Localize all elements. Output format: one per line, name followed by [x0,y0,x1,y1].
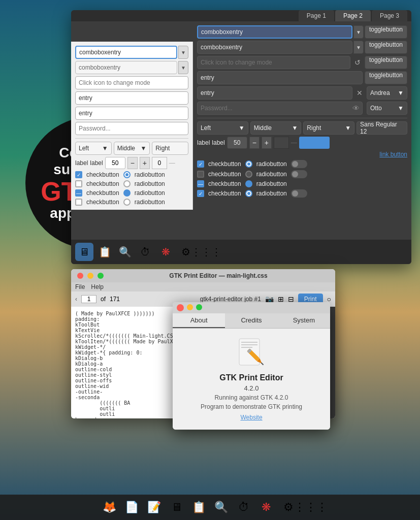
rp-checkbox-3[interactable]: — [197,180,204,187]
rp-combo-entry-2[interactable] [197,41,352,54]
tab-about[interactable]: About [173,313,225,328]
rp-switch-2[interactable] [291,170,307,178]
checkbox-2[interactable] [75,180,82,187]
rp-check-radio-row-4: ✓ checkbutton radiobutton [197,189,407,198]
rp-dd-right[interactable]: Right▼ [303,121,354,135]
taskbar-icon-star[interactable]: ❋ [156,243,175,261]
menu-file[interactable]: File [75,283,85,290]
entry-field-1[interactable] [75,91,188,105]
dropdown-left[interactable]: Left ▼ [75,142,112,155]
rp-switch-3[interactable] [291,189,307,198]
rp-checkbox-4[interactable]: ✓ [197,190,204,197]
rp-radio-4[interactable] [245,190,252,197]
rp-toggle-3[interactable]: togglebutton [365,56,407,69]
rp-spin-minus[interactable]: − [249,137,260,149]
about-app-icon [235,337,268,369]
checkbox-3[interactable]: — [75,189,82,197]
rp-dd-sans[interactable]: Sans Regular 12 [357,121,407,135]
rp-toggle-4[interactable]: togglebutton [365,71,407,84]
print-page-input[interactable] [81,295,96,303]
win-minimize-btn[interactable] [87,273,93,279]
sys-icon-firefox[interactable]: 🦊 [100,498,119,517]
rp-checkbox-1[interactable]: ✓ [197,160,204,168]
rp-spin-input[interactable] [227,137,247,149]
click-icon-field[interactable] [75,76,188,89]
taskbar-icon-timer[interactable]: ⏱ [136,243,154,261]
sys-icon-timer[interactable]: ⏱ [234,498,253,517]
combo-entry-2[interactable] [75,61,177,74]
rp-toggle-1[interactable]: togglebutton [365,25,407,39]
spin-minus[interactable]: − [127,157,138,169]
rp-combo-row-1: ▼ togglebutton [197,25,407,39]
menu-help[interactable]: Help [91,283,104,290]
tab-page2[interactable]: Page 2 [335,10,371,21]
spin-input[interactable] [105,157,125,169]
about-minimize-btn[interactable] [187,304,193,310]
combo-entry-1[interactable] [75,46,177,59]
tab-system[interactable]: System [278,313,330,328]
print-nav-back[interactable]: ‹ [75,296,77,303]
about-maximize-btn[interactable] [196,304,202,310]
combo-arrow-2[interactable]: ▼ [178,61,188,74]
rp-checkbox-2[interactable] [197,171,204,178]
sys-icon-editor[interactable]: 📝 [145,498,164,517]
about-close-btn[interactable] [177,304,184,311]
rp-radio-2[interactable] [245,171,252,178]
rp-combo-entry-1[interactable] [197,25,352,39]
sys-icon-files[interactable]: 📄 [122,498,142,517]
rp-spin-plus[interactable]: + [262,137,272,149]
about-website-link[interactable]: Website [240,414,262,421]
sys-icon-clipboard[interactable]: 📋 [189,498,209,517]
password-field[interactable] [75,122,188,135]
rp-dd-left-label: Left [201,124,211,132]
rp-clear-icon[interactable]: ✕ [357,89,363,97]
checkbox-label-4: checkbutton [86,199,119,206]
rp-eye-icon[interactable]: 👁 [352,104,360,112]
combo-arrow-1[interactable]: ▼ [178,46,188,59]
rp-switch-1[interactable] [291,160,307,168]
rp-entry-1[interactable] [197,71,363,84]
rp-reload-icon[interactable]: ↺ [354,58,361,67]
sys-icon-star[interactable]: ❋ [256,498,276,517]
tab-credits[interactable]: Credits [225,313,277,328]
checkbox-4[interactable] [75,199,82,206]
rp-radio-3[interactable] [245,180,252,187]
win-close-btn[interactable] [77,273,83,279]
taskbar-icon-display[interactable]: 🖥 [75,243,93,261]
sys-icon-grid[interactable]: ⋮⋮⋮ [301,498,320,517]
win-maximize-btn[interactable] [98,273,104,279]
rp-color-box[interactable] [299,137,330,149]
rp-otto-dropdown[interactable]: Otto ▼ [367,102,407,115]
radio-label-2: radiobutton [135,180,165,187]
rp-link-button[interactable]: link button [379,151,407,158]
entry-field-2[interactable] [75,107,188,120]
taskbar-icon-search[interactable]: 🔍 [116,243,134,261]
rp-radio-label-3: radiobutton [256,180,287,187]
dropdown-middle[interactable]: Middle ▼ [114,142,150,155]
tab-page1[interactable]: Page 1 [299,10,334,21]
sys-icon-search[interactable]: 🔍 [212,498,231,517]
rp-combo-arrow-1[interactable]: ▼ [353,25,364,39]
rp-combo-arrow-2[interactable]: ▼ [353,41,364,54]
svg-rect-3 [241,347,252,348]
rp-dd-middle[interactable]: Middle▼ [250,121,302,135]
rp-radio-1[interactable] [245,160,252,168]
rp-entry-2[interactable] [197,86,352,100]
rp-otto-label: Otto [370,105,382,112]
rp-andrea-dropdown[interactable]: Andrea ▼ [367,86,407,100]
radio-2[interactable] [123,180,131,187]
taskbar-icon-clipboard[interactable]: 📋 [95,243,114,261]
radio-4[interactable] [123,199,131,206]
radio-3[interactable] [123,189,131,197]
tab-page3[interactable]: Page 3 [372,10,407,21]
sys-icon-display[interactable]: 🖥 [167,498,186,517]
rp-password-field[interactable] [197,102,363,115]
rp-toggle-2[interactable]: togglebutton [365,41,407,54]
checkbox-1[interactable]: ✓ [75,171,82,178]
spin-plus[interactable]: + [140,157,150,169]
radio-1[interactable] [123,171,131,178]
taskbar-icon-grid[interactable]: ⋮⋮⋮ [197,243,215,261]
rp-dd-left[interactable]: Left▼ [197,121,248,135]
dropdown-right[interactable]: Right [152,142,188,155]
rp-click-icon-field[interactable] [197,56,350,69]
